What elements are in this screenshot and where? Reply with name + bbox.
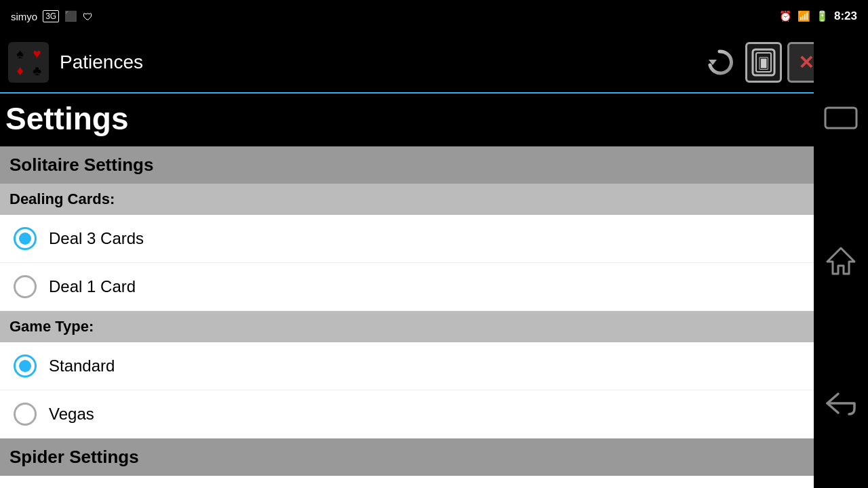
right-nav (814, 33, 868, 488)
shield-icon: 🛡 (83, 11, 93, 22)
app-icon: ♠ ♥ ♦ ♣ (8, 42, 49, 83)
main-content: Settings Solitaire Settings Dealing Card… (0, 94, 814, 488)
refresh-icon (703, 46, 736, 79)
refresh-button[interactable] (699, 42, 740, 83)
landscape-icon (824, 105, 858, 129)
standard-option[interactable]: Standard (0, 342, 814, 390)
svg-marker-5 (827, 248, 854, 274)
svg-text:🂠: 🂠 (758, 57, 769, 70)
sim-icon: ⬛ (64, 10, 77, 22)
page-title: Settings (0, 94, 814, 146)
vegas-option[interactable]: Vegas (0, 390, 814, 439)
deal3-option[interactable]: Deal 3 Cards (0, 215, 814, 263)
dealing-cards-header: Dealing Cards: (0, 184, 814, 215)
wifi-icon: 📶 (797, 10, 810, 22)
deal1-label: Deal 1 Card (49, 277, 136, 296)
deal1-option[interactable]: Deal 1 Card (0, 263, 814, 311)
club-icon: ♣ (29, 63, 45, 79)
standard-radio[interactable] (14, 354, 37, 378)
heart-icon: ♥ (29, 46, 45, 62)
alarm-icon: ⏰ (779, 10, 792, 22)
svg-rect-4 (825, 108, 856, 128)
standard-label: Standard (49, 357, 115, 375)
card-frame-icon: 🂠 (751, 48, 776, 77)
signal-3g-icon: 3G (43, 10, 59, 22)
status-left: simyo 3G ⬛ 🛡 (11, 10, 93, 22)
four-suits-option[interactable]: Four Suits (0, 476, 814, 488)
status-bar: simyo 3G ⬛ 🛡 ⏰ 📶 🔋 8:23 (0, 0, 868, 33)
landscape-button[interactable] (821, 97, 861, 138)
spade-icon: ♠ (12, 46, 28, 62)
back-button[interactable] (821, 383, 861, 424)
home-button[interactable] (821, 240, 861, 281)
battery-icon: 🔋 (816, 10, 829, 22)
time-label: 8:23 (834, 9, 857, 23)
spider-settings-header: Spider Settings (0, 439, 814, 476)
game-type-header: Game Type: (0, 311, 814, 342)
carrier-label: simyo (11, 11, 37, 22)
x-icon: ✕ (798, 52, 814, 74)
deal3-label: Deal 3 Cards (49, 229, 144, 248)
diamond-icon: ♦ (12, 63, 28, 79)
back-icon (825, 391, 857, 415)
card-frame-button[interactable]: 🂠 (745, 42, 782, 83)
deal3-radio[interactable] (14, 227, 37, 250)
status-right: ⏰ 📶 🔋 8:23 (779, 9, 857, 23)
app-bar: ♠ ♥ ♦ ♣ Patiences 🂠 (0, 33, 868, 94)
deal1-radio[interactable] (14, 275, 37, 298)
vegas-label: Vegas (49, 405, 94, 424)
solitaire-settings-header: Solitaire Settings (0, 146, 814, 184)
home-icon (826, 245, 856, 275)
vegas-radio[interactable] (14, 403, 37, 426)
app-title: Patiences (60, 52, 699, 73)
